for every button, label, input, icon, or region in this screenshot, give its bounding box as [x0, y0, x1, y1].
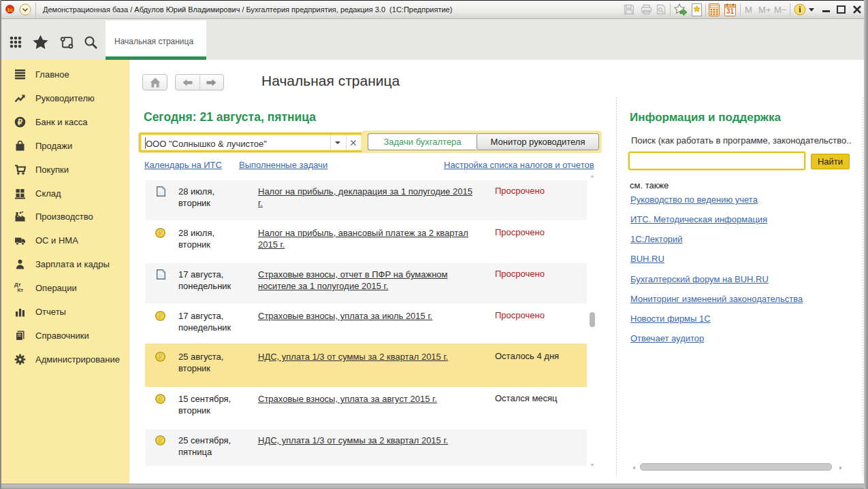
svg-text:₽: ₽: [18, 118, 23, 127]
svg-text:₽: ₽: [158, 437, 163, 444]
svg-text:₽: ₽: [158, 395, 163, 403]
svg-text:1c: 1c: [7, 7, 13, 13]
svg-text:₽: ₽: [158, 353, 163, 360]
svg-text:31: 31: [726, 7, 735, 15]
svg-text:₽: ₽: [158, 312, 163, 320]
svg-text:₽: ₽: [158, 229, 163, 237]
